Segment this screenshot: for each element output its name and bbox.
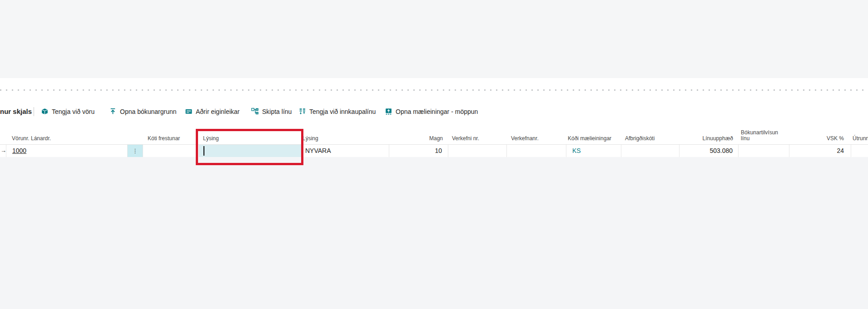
dotted-section-divider [0, 89, 868, 91]
toolbar-separator [34, 107, 34, 116]
column-header-koti-frestunar[interactable]: Kóti frestunar [148, 136, 195, 142]
assist-edit-button[interactable]: ⋮ [127, 145, 143, 157]
action-link-to-purchase-line[interactable]: Tengja við innkaupalínu [298, 104, 376, 119]
column-header-bokunartilvisun-linu[interactable]: Bókunartilvísun línu [741, 130, 786, 142]
action-split-line[interactable]: Skipta línu [251, 104, 292, 119]
column-header-afbrigdiskoti[interactable]: Afbrigðiskóti [625, 136, 676, 142]
column-header-vorunr-lanardr[interactable]: Vörunr. Lánardr. [12, 136, 125, 142]
column-header-verkefnanr[interactable]: Verkefnanr. [511, 136, 561, 142]
cell-item-no-link[interactable]: 1000 [6, 145, 127, 157]
action-open-posting-setup[interactable]: Opna bókunargrunn [109, 104, 177, 119]
toolbar-group-label: nur skjals [0, 104, 32, 119]
column-header-magn[interactable]: Magn [397, 136, 443, 142]
cell-verkefni-nr[interactable] [448, 145, 506, 157]
column-header-linuupphaed[interactable]: Línuupphæð [688, 136, 733, 142]
cell-kodi-maelieininga[interactable]: KS [566, 145, 621, 157]
annotation-highlight-box [196, 129, 303, 165]
action-other-properties[interactable]: Aðrir eiginleikar [185, 104, 239, 119]
item-box-icon [41, 108, 49, 115]
action-label: Skipta línu [262, 108, 292, 115]
link-purchase-line-icon [298, 108, 306, 115]
cell-koti-frestunar[interactable] [143, 145, 198, 157]
active-row-arrow-icon: → [0, 145, 6, 157]
action-label: Tengja við innkaupalínu [309, 108, 376, 115]
table-row: → 1000 ⋮ NYVARA 10 KS 503.080 24 [0, 144, 868, 157]
column-header-kodi-maelieininga[interactable]: Kóði mælieiningar [568, 136, 619, 142]
action-label: Aðrir eiginleikar [196, 108, 239, 115]
open-posting-setup-icon [109, 108, 117, 115]
lines-part-toolbar: nur skjals Tengja við vöru Opna bókunarg… [0, 104, 868, 119]
cell-verkefnanr[interactable] [506, 145, 566, 157]
column-header-lysing-2[interactable]: Lýsing [303, 136, 384, 142]
action-open-unit-of-measure-mapping[interactable]: Opna mælieiningar - möppun [385, 104, 478, 119]
background-panel [0, 157, 868, 309]
action-label: Opna mælieiningar - möppun [396, 108, 478, 115]
cell-utrunnid[interactable] [851, 145, 868, 157]
cell-vsk-percent[interactable]: 24 [789, 145, 851, 157]
unit-mapping-icon [385, 108, 392, 115]
column-header-utrunnid[interactable]: Útrunn [853, 136, 868, 142]
action-link-to-item[interactable]: Tengja við vöru [41, 104, 94, 119]
column-header-verkefni-nr[interactable]: Verkefni nr. [452, 136, 502, 142]
action-label: Opna bókunargrunn [120, 108, 177, 115]
cell-linuupphaed[interactable]: 503.080 [679, 145, 738, 157]
split-line-icon [251, 108, 259, 115]
cell-lysing-2[interactable]: NYVARA [303, 145, 389, 157]
lines-grid-header: Vörunr. Lánardr. Kóti frestunar Lýsing L… [0, 119, 868, 144]
cell-magn[interactable]: 10 [389, 145, 448, 157]
column-header-vsk-percent[interactable]: VSK % [799, 136, 844, 142]
cell-afbrigdiskoti[interactable] [621, 145, 679, 157]
properties-card-icon [185, 108, 193, 115]
action-label: Tengja við vöru [52, 108, 94, 115]
page: nur skjals Tengja við vöru Opna bókunarg… [0, 0, 868, 309]
cell-bokunartilvisun-linu[interactable] [738, 145, 789, 157]
collapsed-header-section [0, 0, 868, 78]
